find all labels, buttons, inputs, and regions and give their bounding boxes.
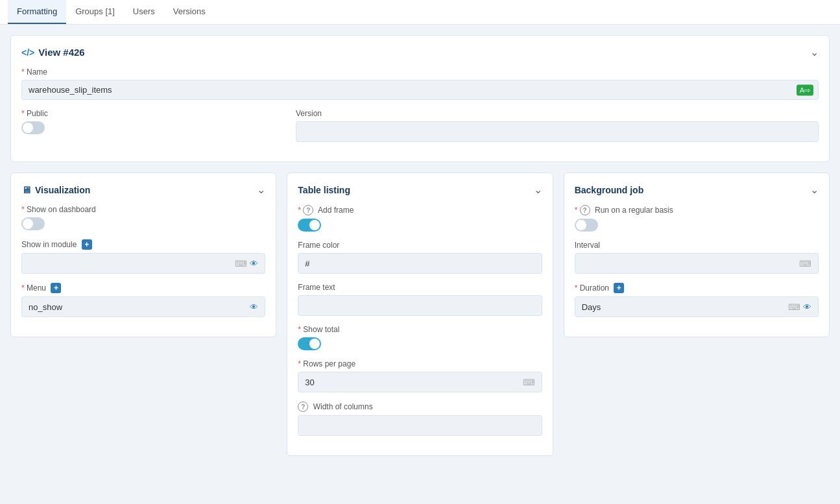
- menu-label: Menu +: [21, 283, 265, 293]
- width-columns-input[interactable]: [298, 415, 542, 436]
- name-input[interactable]: [29, 85, 811, 95]
- public-col: Public: [21, 109, 283, 142]
- rows-per-page-keyboard-icon[interactable]: ⌨: [523, 378, 535, 387]
- show-in-module-keyboard-icon[interactable]: ⌨: [235, 259, 247, 269]
- visualization-collapse-button[interactable]: ⌄: [257, 184, 265, 196]
- width-columns-info-icon: ?: [298, 402, 308, 412]
- show-total-field: Show total: [298, 325, 542, 350]
- version-input[interactable]: [296, 121, 819, 142]
- interval-label: Interval: [575, 241, 819, 250]
- public-toggle-slider: [21, 121, 45, 134]
- public-toggle[interactable]: [21, 121, 45, 134]
- background-job-panel: Background job ⌄ ? Run on a regular basi…: [564, 173, 830, 337]
- frame-color-input[interactable]: #: [298, 253, 542, 274]
- duration-add-icon[interactable]: +: [614, 283, 624, 293]
- table-listing-panel: Table listing ⌄ ? Add frame Frame color …: [287, 173, 553, 456]
- menu-input[interactable]: no_show 👁: [21, 296, 265, 317]
- tab-versions[interactable]: Versions: [164, 0, 215, 24]
- show-in-module-field: Show in module + ⌨ 👁: [21, 239, 265, 274]
- version-label: Version: [296, 109, 819, 118]
- background-job-collapse-button[interactable]: ⌄: [810, 184, 819, 196]
- add-frame-label: ? Add frame: [298, 205, 542, 215]
- rows-per-page-input[interactable]: 30 ⌨: [298, 372, 542, 392]
- interval-keyboard-icon[interactable]: ⌨: [799, 259, 811, 269]
- visualization-panel: 🖥 Visualization ⌄ Show on dashboard Show…: [10, 173, 276, 337]
- view-collapse-button[interactable]: ⌄: [810, 46, 819, 58]
- show-dashboard-field: Show on dashboard: [21, 205, 265, 230]
- name-input-wrap: A⇨: [21, 80, 819, 100]
- tab-formatting[interactable]: Formatting: [8, 0, 66, 24]
- show-total-slider: [298, 337, 321, 350]
- main-content: </> View #426 ⌄ Name A⇨ Public: [0, 25, 840, 466]
- public-label: Public: [21, 109, 283, 118]
- duration-eye-icon[interactable]: 👁: [803, 302, 811, 312]
- show-total-label: Show total: [298, 325, 542, 334]
- visualization-title: 🖥 Visualization: [21, 184, 90, 195]
- duration-value: Days: [582, 302, 788, 312]
- show-in-module-icons: ⌨ 👁: [235, 259, 258, 269]
- name-input-field[interactable]: A⇨: [21, 80, 819, 100]
- show-dashboard-slider: [21, 217, 45, 230]
- show-in-module-add-icon[interactable]: +: [82, 239, 92, 250]
- duration-input[interactable]: Days ⌨ 👁: [575, 296, 819, 317]
- frame-color-value: #: [305, 259, 534, 269]
- duration-keyboard-icon[interactable]: ⌨: [788, 302, 800, 312]
- background-job-title-text: Background job: [575, 185, 644, 195]
- view-title: </> View #426: [21, 47, 85, 58]
- background-job-header: Background job ⌄: [575, 184, 819, 196]
- run-regular-label: ? Run on a regular basis: [575, 205, 819, 215]
- background-job-title: Background job: [575, 185, 644, 195]
- public-version-row: Public Version: [21, 109, 819, 142]
- menu-value: no_show: [29, 302, 250, 312]
- visualization-header: 🖥 Visualization ⌄: [21, 184, 265, 196]
- table-listing-title-text: Table listing: [298, 185, 350, 195]
- width-columns-label: ? Width of columns: [298, 402, 542, 412]
- table-listing-header: Table listing ⌄: [298, 184, 542, 196]
- add-frame-toggle[interactable]: [298, 219, 321, 232]
- duration-label: Duration +: [575, 283, 819, 293]
- code-icon: </>: [21, 47, 34, 58]
- run-regular-field: ? Run on a regular basis: [575, 205, 819, 232]
- tabs-bar: Formatting Groups [1] Users Versions: [0, 0, 840, 25]
- name-field-row: Name A⇨: [21, 67, 819, 100]
- interval-input[interactable]: ⌨: [575, 253, 819, 274]
- menu-eye-icon[interactable]: 👁: [250, 302, 258, 312]
- version-col: Version: [296, 109, 819, 142]
- view-header: </> View #426 ⌄: [21, 46, 819, 58]
- show-in-module-eye-icon[interactable]: 👁: [250, 259, 258, 269]
- tab-users[interactable]: Users: [124, 0, 164, 24]
- frame-text-input[interactable]: [298, 295, 542, 316]
- frame-color-field: Frame color #: [298, 241, 542, 274]
- panels-row: 🖥 Visualization ⌄ Show on dashboard Show…: [10, 173, 830, 456]
- show-dashboard-label: Show on dashboard: [21, 205, 265, 214]
- menu-field: Menu + no_show 👁: [21, 283, 265, 317]
- show-in-module-label: Show in module +: [21, 239, 265, 250]
- interval-field: Interval ⌨: [575, 241, 819, 274]
- show-dashboard-toggle[interactable]: [21, 217, 45, 230]
- table-listing-title: Table listing: [298, 185, 350, 195]
- rows-per-page-field: Rows per page 30 ⌨: [298, 359, 542, 392]
- show-in-module-input[interactable]: ⌨ 👁: [21, 253, 265, 274]
- run-regular-slider: [575, 219, 598, 232]
- name-label: Name: [21, 67, 819, 77]
- rows-per-page-value: 30: [305, 378, 522, 387]
- frame-color-label: Frame color: [298, 241, 542, 250]
- add-frame-field: ? Add frame: [298, 205, 542, 232]
- view-number: View #426: [38, 47, 84, 58]
- menu-add-icon[interactable]: +: [51, 283, 61, 293]
- translate-icon[interactable]: A⇨: [797, 84, 813, 95]
- run-regular-toggle[interactable]: [575, 219, 598, 232]
- add-frame-info-icon: ?: [303, 205, 313, 215]
- run-regular-info-icon: ?: [580, 205, 590, 215]
- view-panel: </> View #426 ⌄ Name A⇨ Public: [10, 35, 830, 162]
- frame-text-field: Frame text: [298, 283, 542, 316]
- monitor-icon: 🖥: [21, 184, 31, 195]
- table-listing-collapse-button[interactable]: ⌄: [534, 184, 542, 196]
- show-total-toggle[interactable]: [298, 337, 321, 350]
- duration-icons: ⌨ 👁: [788, 302, 811, 312]
- tab-groups[interactable]: Groups [1]: [66, 0, 124, 24]
- rows-per-page-label: Rows per page: [298, 359, 542, 368]
- frame-text-label: Frame text: [298, 283, 542, 292]
- width-columns-field: ? Width of columns: [298, 402, 542, 436]
- add-frame-slider: [298, 219, 321, 232]
